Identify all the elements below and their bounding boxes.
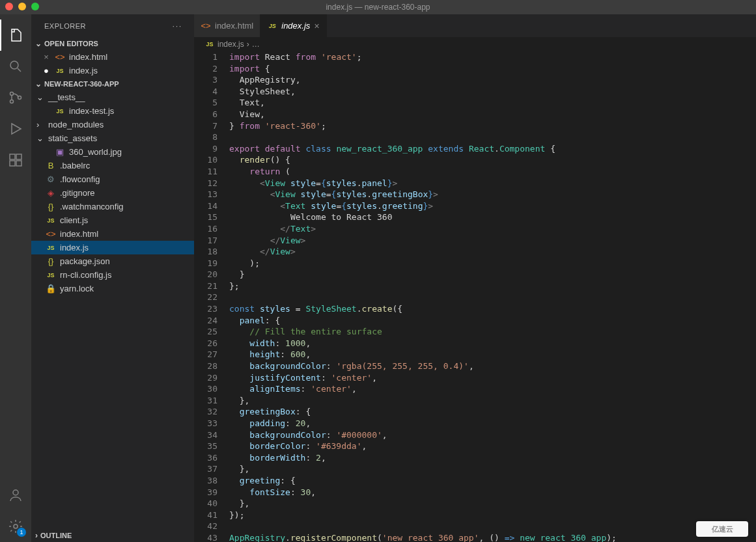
html-file-icon: <> bbox=[201, 21, 211, 31]
outline-label: OUTLINE bbox=[40, 532, 72, 539]
svg-rect-4 bbox=[10, 154, 15, 159]
chevron-right-icon: › bbox=[35, 531, 38, 540]
tree-item[interactable]: ›node_modules bbox=[31, 118, 194, 131]
modified-dot-icon[interactable]: ● bbox=[42, 66, 51, 75]
tree-item[interactable]: ⌄static_assets bbox=[31, 131, 194, 145]
workspace-header[interactable]: ⌄ NEW-REACT-360-APP bbox=[31, 77, 194, 90]
file-name: client.js bbox=[60, 215, 88, 225]
tree-item[interactable]: ▣360_world.jpg bbox=[31, 145, 194, 159]
scm-icon[interactable] bbox=[0, 82, 31, 113]
file-name: .watchmanconfig bbox=[60, 202, 124, 211]
tree-item[interactable]: JSclient.js bbox=[31, 213, 194, 227]
js-file-icon: JS bbox=[55, 68, 65, 74]
babel-file-icon: B bbox=[46, 161, 56, 170]
close-icon[interactable]: × bbox=[314, 21, 319, 31]
js-file-icon: JS bbox=[46, 272, 56, 278]
file-name: .gitignore bbox=[60, 188, 94, 198]
tree-item[interactable]: {}.watchmanconfig bbox=[31, 200, 194, 213]
maximize-window-icon[interactable] bbox=[31, 3, 39, 10]
html-file-icon: <> bbox=[46, 229, 56, 239]
js-file-icon: JS bbox=[267, 23, 277, 29]
close-window-icon[interactable] bbox=[5, 3, 13, 10]
breadcrumb-file: index.js bbox=[217, 40, 244, 49]
titlebar: index.js — new-react-360-app bbox=[0, 0, 756, 14]
sidebar-title: EXPLORER bbox=[44, 22, 86, 30]
js-file-icon: JS bbox=[55, 108, 65, 115]
svg-point-8 bbox=[13, 490, 18, 495]
sidebar: EXPLORER ··· ⌄ OPEN EDITORS ×<>index.htm… bbox=[31, 14, 194, 542]
files-icon[interactable] bbox=[0, 20, 31, 51]
tree-item[interactable]: JSindex-test.js bbox=[31, 104, 194, 118]
debug-icon[interactable] bbox=[0, 113, 31, 144]
breadcrumb-sep: › bbox=[247, 40, 249, 49]
json-file-icon: {} bbox=[46, 256, 56, 266]
html-file-icon: <> bbox=[55, 52, 65, 62]
file-name: package.json bbox=[60, 256, 110, 266]
open-editors-header[interactable]: ⌄ OPEN EDITORS bbox=[31, 37, 194, 50]
svg-point-1 bbox=[10, 92, 14, 96]
file-name: rn-cli.config.js bbox=[60, 270, 111, 280]
tree-item[interactable]: ⚙.flowconfig bbox=[31, 172, 194, 186]
chevron-down-icon: ⌄ bbox=[35, 79, 42, 88]
file-name: yarn.lock bbox=[60, 284, 94, 293]
watermark: 亿速云 bbox=[696, 521, 748, 537]
extensions-icon[interactable] bbox=[0, 144, 31, 176]
tree-item[interactable]: 🔒yarn.lock bbox=[31, 282, 194, 295]
svg-rect-6 bbox=[10, 161, 15, 166]
file-name: static_assets bbox=[48, 133, 97, 143]
editor-tabs: <>index.htmlJSindex.js× bbox=[194, 14, 756, 37]
workspace-label: NEW-REACT-360-APP bbox=[44, 80, 119, 88]
chevron-down-icon: ⌄ bbox=[35, 39, 42, 48]
git-file-icon: ◈ bbox=[46, 188, 56, 198]
file-name: index.html bbox=[60, 229, 98, 239]
tree-item[interactable]: ⌄__tests__ bbox=[31, 90, 194, 104]
tree-item[interactable]: <>index.html bbox=[31, 227, 194, 241]
close-icon[interactable]: × bbox=[42, 52, 51, 62]
open-editors-label: OPEN EDITORS bbox=[44, 40, 98, 47]
more-icon[interactable]: ··· bbox=[173, 22, 182, 30]
search-icon[interactable] bbox=[0, 51, 31, 82]
editor-area: <>index.htmlJSindex.js× JS index.js › … … bbox=[194, 14, 756, 542]
file-name: __tests__ bbox=[48, 92, 85, 102]
tree-item[interactable]: JSrn-cli.config.js bbox=[31, 268, 194, 282]
sidebar-header: EXPLORER ··· bbox=[31, 14, 194, 37]
tree-item[interactable]: B.babelrc bbox=[31, 159, 194, 172]
tree-item[interactable]: {}package.json bbox=[31, 254, 194, 268]
svg-point-9 bbox=[14, 524, 18, 528]
window-title: index.js — new-react-360-app bbox=[326, 3, 430, 12]
file-name: 360_world.jpg bbox=[69, 147, 122, 157]
chevron-down-icon: ⌄ bbox=[36, 92, 44, 102]
line-numbers: 1234567891011121314151617181920212223242… bbox=[194, 51, 229, 542]
svg-point-0 bbox=[10, 61, 18, 69]
file-name: index.js bbox=[69, 66, 98, 75]
code-content[interactable]: import React from 'react';import { AppRe… bbox=[229, 51, 756, 542]
activity-bar bbox=[0, 14, 31, 542]
tab-index-js[interactable]: JSindex.js× bbox=[260, 14, 326, 37]
breadcrumb-rest: … bbox=[252, 40, 260, 49]
gear-icon[interactable] bbox=[0, 511, 31, 542]
js-file-icon: JS bbox=[204, 41, 215, 47]
minimize-window-icon[interactable] bbox=[18, 3, 26, 10]
outline-header[interactable]: › OUTLINE bbox=[31, 529, 194, 542]
window-controls bbox=[5, 3, 39, 10]
chevron-right-icon: › bbox=[36, 120, 44, 129]
code-editor[interactable]: 1234567891011121314151617181920212223242… bbox=[194, 51, 756, 542]
file-name: node_modules bbox=[48, 120, 104, 129]
json-file-icon: {} bbox=[46, 202, 56, 211]
breadcrumb[interactable]: JS index.js › … bbox=[194, 37, 756, 51]
file-name: index-test.js bbox=[69, 106, 114, 116]
js-file-icon: JS bbox=[46, 245, 56, 251]
tab-label: index.js bbox=[281, 21, 310, 31]
file-name: index.html bbox=[69, 52, 107, 62]
conf-file-icon: ⚙ bbox=[46, 174, 56, 184]
account-icon[interactable] bbox=[0, 480, 31, 511]
chevron-down-icon: ⌄ bbox=[36, 133, 44, 143]
tree-item[interactable]: ◈.gitignore bbox=[31, 186, 194, 200]
file-name: index.js bbox=[60, 243, 89, 252]
open-editor-item[interactable]: ●JSindex.js bbox=[31, 64, 194, 77]
js-file-icon: JS bbox=[46, 217, 56, 224]
tab-index-html[interactable]: <>index.html bbox=[194, 14, 260, 37]
tree-item[interactable]: JSindex.js bbox=[31, 241, 194, 254]
svg-point-2 bbox=[10, 100, 14, 103]
open-editor-item[interactable]: ×<>index.html bbox=[31, 50, 194, 64]
